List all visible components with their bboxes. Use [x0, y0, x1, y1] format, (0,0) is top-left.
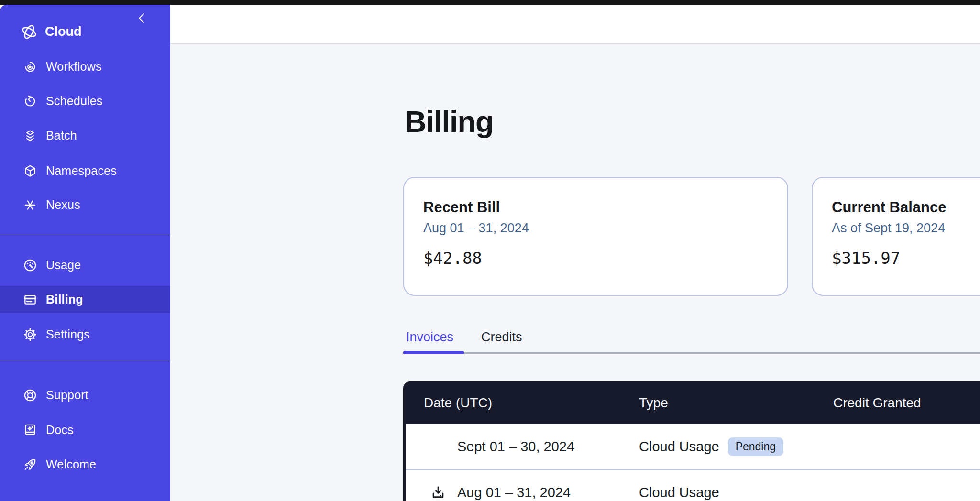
card-amount: $42.88 [423, 249, 768, 268]
invoice-date: Aug 01 – 31, 2024 [457, 485, 571, 501]
card-amount: $315.97 [832, 249, 980, 268]
card-title: Recent Bill [423, 199, 768, 216]
active-tab-underline [403, 351, 464, 354]
status-badge: Pending [728, 437, 783, 456]
brand-label: Cloud [45, 24, 81, 39]
table-row: Aug 01 – 31, 2024 Cloud Usage [406, 469, 980, 501]
sidebar-item-schedules[interactable]: Schedules [0, 87, 170, 115]
card-period: Aug 01 – 31, 2024 [423, 221, 768, 236]
column-header-type: Type [639, 395, 833, 411]
invoice-type: Cloud Usage [639, 485, 719, 501]
billing-card-icon [22, 292, 38, 308]
table-row: Sept 01 – 30, 2024 Cloud Usage Pending [406, 424, 980, 469]
sidebar-item-nexus[interactable]: Nexus [0, 191, 170, 218]
temporal-cloud-logo-icon [20, 23, 38, 41]
sidebar-item-billing[interactable]: Billing [0, 286, 170, 313]
invoice-type: Cloud Usage [639, 439, 719, 455]
recent-bill-card: Recent Bill Aug 01 – 31, 2024 $42.88 [403, 177, 788, 296]
workflows-icon [22, 59, 38, 75]
chevron-left-icon [135, 11, 149, 25]
sidebar-divider [0, 235, 170, 235]
nexus-asterisk-icon [22, 197, 38, 213]
billing-tabs: Invoices Credits [403, 329, 525, 346]
tab-invoices[interactable]: Invoices [403, 329, 456, 346]
welcome-rocket-icon [22, 457, 38, 473]
page-title: Billing [405, 105, 493, 138]
sidebar-item-batch[interactable]: Batch [0, 122, 170, 149]
sidebar-item-support[interactable]: Support [0, 381, 170, 409]
table-body: Sept 01 – 30, 2024 Cloud Usage Pending A… [403, 424, 980, 501]
schedules-clock-icon [22, 93, 38, 109]
sidebar-item-usage[interactable]: Usage [0, 251, 170, 279]
sidebar-divider [0, 361, 170, 361]
sidebar-item-docs[interactable]: Docs [0, 416, 170, 444]
sidebar: Cloud Workflows Schedules [0, 5, 170, 501]
collapse-sidebar-button[interactable] [135, 11, 149, 25]
docs-book-icon [22, 422, 38, 438]
sidebar-item-settings[interactable]: Settings [0, 321, 170, 348]
tabs-baseline [403, 352, 980, 354]
invoices-table: Date (UTC) Type Credit Granted Sept 01 –… [403, 381, 980, 501]
sidebar-item-workflows[interactable]: Workflows [0, 53, 170, 80]
download-slot-empty [430, 439, 446, 455]
column-header-date: Date (UTC) [403, 395, 639, 411]
sidebar-item-welcome[interactable]: Welcome [0, 451, 170, 478]
support-lifebuoy-icon [22, 387, 38, 403]
sidebar-item-namespaces[interactable]: Namespaces [0, 157, 170, 185]
namespaces-cube-icon [22, 163, 38, 179]
invoice-date: Sept 01 – 30, 2024 [457, 439, 574, 455]
tab-credits[interactable]: Credits [478, 329, 525, 346]
settings-gear-icon [22, 327, 38, 343]
window-top-strip [0, 0, 980, 5]
batch-layers-icon [22, 128, 38, 144]
card-period: As of Sept 19, 2024 [832, 221, 980, 236]
card-title: Current Balance [832, 199, 980, 216]
current-balance-card: Current Balance As of Sept 19, 2024 $315… [812, 177, 980, 296]
table-header-row: Date (UTC) Type Credit Granted [403, 381, 980, 424]
column-header-credit-granted: Credit Granted [833, 395, 980, 411]
download-invoice-button[interactable] [430, 485, 446, 501]
usage-gauge-icon [22, 257, 38, 273]
download-icon [430, 485, 446, 501]
